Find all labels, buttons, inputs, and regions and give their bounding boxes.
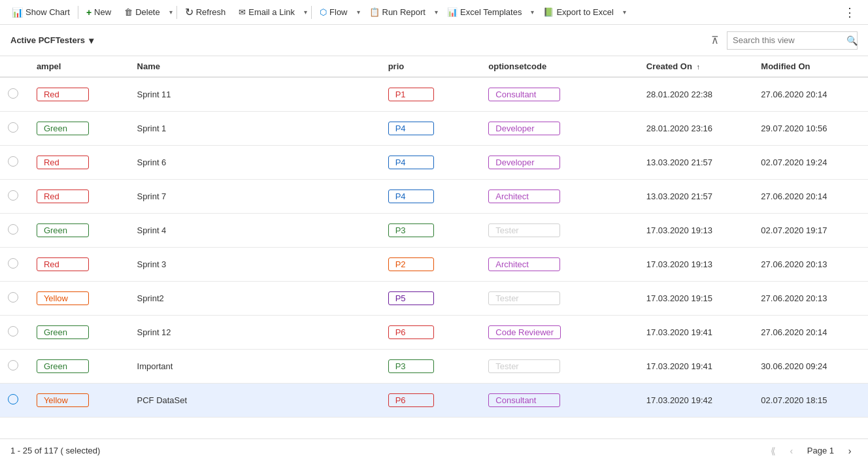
- chevron-down-icon: ▾: [169, 8, 173, 16]
- search-box: 🔍: [727, 31, 858, 50]
- option-badge: Developer: [488, 122, 560, 135]
- show-chart-label: Show Chart: [25, 7, 70, 17]
- col-header-name[interactable]: Name: [129, 56, 380, 77]
- row-checkbox[interactable]: [0, 77, 29, 111]
- row-checkbox[interactable]: [0, 281, 29, 315]
- table-row[interactable]: Red Sprint 11 P1 Consultant 28.01.2020 2…: [0, 77, 868, 111]
- row-checkbox[interactable]: [0, 213, 29, 247]
- row-option: Architect: [480, 179, 638, 213]
- row-option: Consultant: [480, 383, 638, 417]
- row-prio: P3: [380, 213, 481, 247]
- row-name[interactable]: Sprint 3: [129, 247, 380, 281]
- col-header-ampel[interactable]: ampel: [29, 56, 129, 77]
- col-header-modified[interactable]: Modified On: [753, 56, 868, 77]
- prio-badge: P6: [388, 393, 434, 407]
- export-excel-button[interactable]: Export to Excel: [537, 0, 620, 25]
- first-page-button[interactable]: ⟪: [765, 443, 781, 459]
- col-header-created[interactable]: Created On ↑: [639, 56, 754, 77]
- view-title-text: Active PCFTesters: [10, 35, 85, 45]
- email-dropdown[interactable]: ▾: [301, 0, 310, 25]
- table-row[interactable]: Green Sprint 12 P6 Code Reviewer 17.03.2…: [0, 315, 868, 349]
- col-created-label: Created On: [646, 61, 692, 71]
- delete-icon: [124, 7, 133, 17]
- chevron-down-icon-4: ▾: [435, 8, 438, 16]
- row-prio: P4: [380, 111, 481, 145]
- prev-page-button[interactable]: ‹: [784, 443, 799, 459]
- email-link-button[interactable]: Email a Link: [232, 0, 301, 25]
- table-row[interactable]: Red Sprint 7 P4 Architect 13.03.2020 21:…: [0, 179, 868, 213]
- table-row[interactable]: Red Sprint 3 P2 Architect 17.03.2020 19:…: [0, 247, 868, 281]
- prio-badge: P6: [388, 325, 434, 339]
- row-checkbox[interactable]: [0, 315, 29, 349]
- row-option: Tester: [480, 281, 638, 315]
- ampel-badge: Red: [37, 257, 89, 271]
- row-name[interactable]: PCF DataSet: [129, 383, 380, 417]
- flow-dropdown[interactable]: ▾: [354, 0, 363, 25]
- row-checkbox[interactable]: [0, 111, 29, 145]
- row-created: 17.03.2020 19:41: [639, 349, 754, 383]
- filter-icon[interactable]: ⊼: [709, 31, 722, 49]
- row-checkbox[interactable]: [0, 179, 29, 213]
- row-checkbox[interactable]: [0, 383, 29, 417]
- run-report-button[interactable]: Run Report: [363, 0, 432, 25]
- table-row[interactable]: Green Important P3 Tester 17.03.2020 19:…: [0, 349, 868, 383]
- row-name[interactable]: Sprint 7: [129, 179, 380, 213]
- excel-templates-button[interactable]: Excel Templates: [441, 0, 528, 25]
- show-chart-button[interactable]: Show Chart: [5, 0, 76, 25]
- row-name[interactable]: Sprint 12: [129, 315, 380, 349]
- row-name[interactable]: Sprint2: [129, 281, 380, 315]
- row-name[interactable]: Sprint 11: [129, 77, 380, 111]
- col-modified-label: Modified On: [761, 61, 810, 71]
- row-ampel: Red: [29, 179, 129, 213]
- more-button[interactable]: ⋮: [837, 0, 863, 25]
- row-name[interactable]: Sprint 1: [129, 111, 380, 145]
- run-report-dropdown[interactable]: ▾: [432, 0, 441, 25]
- flow-button[interactable]: Flow: [313, 0, 354, 25]
- option-badge: Tester: [488, 223, 560, 237]
- new-label: New: [94, 7, 111, 17]
- excel-templates-dropdown[interactable]: ▾: [528, 0, 537, 25]
- view-title-dropdown[interactable]: ▾: [89, 35, 93, 46]
- row-modified: 02.07.2020 19:24: [753, 145, 868, 179]
- ampel-badge: Red: [37, 88, 89, 101]
- new-button[interactable]: + New: [80, 0, 118, 25]
- col-header-prio[interactable]: prio: [380, 56, 481, 77]
- table-row[interactable]: Yellow PCF DataSet P6 Consultant 17.03.2…: [0, 383, 868, 417]
- ampel-badge: Red: [37, 190, 89, 203]
- table-body: Red Sprint 11 P1 Consultant 28.01.2020 2…: [0, 77, 868, 417]
- chevron-down-icon-3: ▾: [357, 8, 360, 16]
- row-created: 17.03.2020 19:15: [639, 281, 754, 315]
- table-scroll[interactable]: ampel Name prio optionsetcode Created On…: [0, 56, 868, 422]
- export-dropdown[interactable]: ▾: [620, 0, 629, 25]
- row-ampel: Green: [29, 111, 129, 145]
- table-row[interactable]: Green Sprint 1 P4 Developer 28.01.2020 2…: [0, 111, 868, 145]
- prio-badge: P3: [388, 359, 434, 373]
- table-row[interactable]: Yellow Sprint2 P5 Tester 17.03.2020 19:1…: [0, 281, 868, 315]
- row-modified: 02.07.2020 18:15: [753, 383, 868, 417]
- flow-icon: [320, 7, 327, 17]
- delete-dropdown[interactable]: ▾: [167, 0, 175, 25]
- next-page-button[interactable]: ›: [842, 443, 858, 459]
- plus-icon: +: [86, 7, 92, 18]
- search-input[interactable]: [733, 35, 843, 45]
- option-badge: Code Reviewer: [488, 325, 561, 339]
- refresh-button[interactable]: Refresh: [178, 0, 233, 25]
- table-row[interactable]: Green Sprint 4 P3 Tester 17.03.2020 19:1…: [0, 213, 868, 247]
- row-ampel: Red: [29, 77, 129, 111]
- row-modified: 30.06.2020 09:24: [753, 349, 868, 383]
- col-header-option[interactable]: optionsetcode: [480, 56, 638, 77]
- row-option: Developer: [480, 145, 638, 179]
- row-name[interactable]: Sprint 6: [129, 145, 380, 179]
- row-checkbox[interactable]: [0, 247, 29, 281]
- row-ampel: Yellow: [29, 281, 129, 315]
- prio-badge: P3: [388, 223, 434, 237]
- table-row[interactable]: Red Sprint 6 P4 Developer 13.03.2020 21:…: [0, 145, 868, 179]
- row-checkbox[interactable]: [0, 349, 29, 383]
- row-checkbox[interactable]: [0, 145, 29, 179]
- chevron-down-icon-5: ▾: [531, 8, 534, 16]
- export-excel-icon: [543, 7, 554, 17]
- delete-button[interactable]: Delete: [118, 0, 167, 25]
- sort-asc-icon: ↑: [696, 63, 700, 71]
- row-name[interactable]: Sprint 4: [129, 213, 380, 247]
- row-name[interactable]: Important: [129, 349, 380, 383]
